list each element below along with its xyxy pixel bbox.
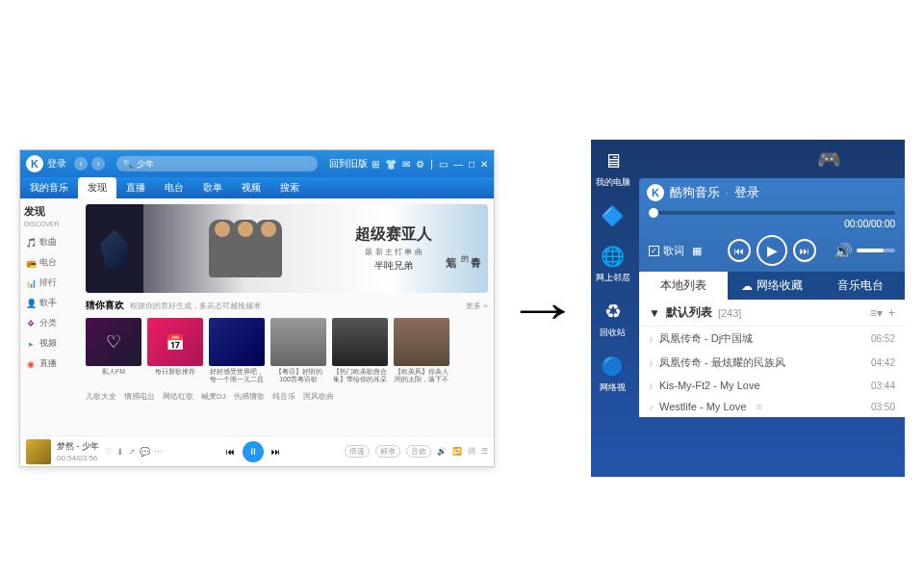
next-button[interactable]: ⏭	[793, 239, 816, 262]
track-name: 梦然 - 少年	[57, 440, 99, 453]
maximize-button[interactable]: □	[469, 159, 475, 170]
mini-icon[interactable]: ▭	[439, 159, 448, 170]
play-button[interactable]: ▶	[757, 235, 787, 266]
prev-button[interactable]: ⏮	[728, 239, 751, 262]
speed-button[interactable]: 倍速	[345, 445, 370, 458]
sidebar-item-artist[interactable]: 👤歌手	[24, 294, 76, 312]
desktop-icon-network[interactable]: 🌐网上邻居	[595, 243, 631, 284]
sidebar-item-radio[interactable]: 📻电台	[24, 253, 76, 272]
next-button[interactable]: ⏭	[271, 447, 280, 457]
search-input[interactable]: 🔍 少年	[116, 156, 318, 171]
nav-forward-button[interactable]: ›	[91, 157, 105, 171]
sidebar-title: 发现	[24, 204, 76, 219]
desktop-icon[interactable]: 🔷	[595, 202, 631, 229]
sidebar-subtitle: DISCOVER	[24, 221, 76, 227]
tool-icon[interactable]: ⊞	[372, 159, 379, 170]
playlist-item[interactable]: ♪Westlife - My Love≡03:50	[639, 396, 905, 417]
track-icon: ♪	[649, 357, 654, 368]
prev-button[interactable]: ⏮	[226, 447, 235, 457]
settings-icon[interactable]: ⚙	[416, 159, 424, 170]
section-subtitle: 根据你的喜好生成，多表态可越推越准	[130, 301, 261, 311]
minimize-button[interactable]: —	[453, 159, 463, 170]
tab-live[interactable]: 直播	[116, 177, 155, 198]
eq-icon[interactable]: ▦	[692, 245, 702, 257]
thumb-daily[interactable]: 每日新歌推荐	[147, 318, 203, 383]
playlist-item[interactable]: ♪Kis-My-Ft2 - My Love03:44	[639, 375, 905, 396]
login-link[interactable]: 登录	[47, 157, 66, 171]
msg-icon[interactable]: ✉	[402, 159, 410, 170]
tab-cloud[interactable]: ☁网络收藏	[728, 272, 816, 300]
tag[interactable]: 喊麦DJ	[201, 391, 226, 402]
lyric-toggle[interactable]: 词	[468, 446, 475, 457]
progress-handle[interactable]	[649, 208, 658, 218]
kugou-logo-icon: K	[647, 184, 664, 201]
sort-icon[interactable]: ≡▾	[870, 306, 883, 320]
sidebar-item-live[interactable]: ◉直播	[24, 355, 76, 373]
banner-art-icon	[100, 229, 129, 268]
sidebar-item-rank[interactable]: 📊排行	[24, 274, 76, 292]
tag[interactable]: 国风歌曲	[303, 391, 334, 402]
playlist-item[interactable]: ♪凤凰传奇 - 最炫耀的民族风04:42	[639, 351, 905, 375]
desktop-icon-game[interactable]: 🎮	[810, 145, 847, 172]
tab-radio[interactable]: 音乐电台	[816, 272, 905, 300]
thumb-fm[interactable]: 私人FM	[86, 318, 141, 383]
playlist-item[interactable]: ♪凤凰传奇 - Dj中国城06:52	[639, 327, 905, 351]
nav-tabs: 我的音乐 发现 直播 电台 歌单 视频 搜索	[20, 177, 494, 198]
more-icon[interactable]: ⋯	[154, 447, 163, 457]
skin-icon[interactable]: 👕	[385, 159, 397, 170]
loop-icon[interactable]: 🔁	[452, 447, 462, 456]
thumb-4[interactable]: 【粤语】好听的100首粤语歌	[270, 318, 326, 383]
content-area: 超级赛亚人 最 新 主 打 单 曲 半吨兄弟 青春的笔划 猜你喜欢 根据你的喜好…	[80, 198, 494, 435]
banner[interactable]: 超级赛亚人 最 新 主 打 单 曲 半吨兄弟 青春的笔划	[86, 204, 488, 293]
volume-icon[interactable]: 🔊	[834, 242, 853, 260]
tab-discover[interactable]: 发现	[78, 177, 116, 198]
kugou-logo-icon: K	[26, 155, 43, 172]
tab-radio[interactable]: 电台	[155, 177, 193, 198]
tag[interactable]: 伤感情歌	[234, 391, 265, 402]
tag[interactable]: 纯音乐	[272, 391, 295, 402]
like-icon[interactable]: ♡	[105, 447, 113, 457]
app-name: 酷狗音乐	[670, 184, 720, 201]
sidebar-item-category[interactable]: ❖分类	[24, 314, 76, 332]
nav-back-button[interactable]: ‹	[74, 157, 88, 171]
cover-art	[394, 318, 449, 366]
lyric-checkbox[interactable]: ✓	[649, 246, 659, 256]
tag[interactable]: 网络红歌	[163, 391, 193, 402]
album-art[interactable]	[26, 439, 51, 464]
thumb-3[interactable]: 好好感受世界吧，每一个雨一无二且闪…	[209, 318, 265, 383]
sidebar-item-songs[interactable]: 🎵歌曲	[24, 233, 76, 251]
tab-playlist[interactable]: 歌单	[193, 177, 232, 198]
return-old-button[interactable]: 回到旧版	[329, 157, 368, 171]
share-icon[interactable]: ↗	[128, 447, 136, 457]
desktop-icon-recycle[interactable]: ♻回收站	[595, 298, 631, 339]
progress-bar[interactable]	[649, 211, 895, 215]
track-icon: ♪	[649, 381, 654, 391]
volume-icon[interactable]: 🔊	[437, 447, 447, 456]
more-link[interactable]: 更多 >	[466, 301, 488, 311]
desktop-icon-nettv[interactable]: 🔵网络视	[595, 353, 631, 394]
comment-icon[interactable]: 💬	[140, 447, 150, 457]
queue-icon[interactable]: ☰	[481, 447, 488, 456]
thumb-5[interactable]: 【热门欧美歌曲合集】带给你的耳朵	[332, 318, 388, 383]
tab-local[interactable]: 本地列表	[639, 272, 728, 300]
desktop-icon-computer[interactable]: 🖥我的电脑	[595, 147, 631, 189]
queue-icon[interactable]: ≡	[756, 401, 761, 412]
add-icon[interactable]: +	[888, 306, 895, 320]
tag[interactable]: 儿歌大全	[86, 391, 116, 402]
category-icon: ❖	[26, 319, 36, 328]
collapse-icon[interactable]: ▼	[649, 306, 660, 320]
tab-my-music[interactable]: 我的音乐	[20, 177, 78, 198]
tab-search[interactable]: 搜索	[270, 177, 309, 198]
tag[interactable]: 情感电台	[124, 391, 155, 402]
download-icon[interactable]: ⬇	[116, 447, 124, 457]
tab-video[interactable]: 视频	[232, 177, 270, 198]
thumb-6[interactable]: 【欧美风】你美人间的太阳，落下不可及	[394, 318, 449, 383]
effect-button[interactable]: 音效	[406, 445, 431, 458]
volume-slider[interactable]	[857, 249, 895, 252]
recycle-icon: ♻	[600, 298, 627, 325]
close-button[interactable]: ✕	[480, 159, 488, 170]
sidebar-item-video[interactable]: ▸视频	[24, 334, 76, 353]
play-pause-button[interactable]: ⏸	[243, 441, 264, 462]
quality-button[interactable]: 标准	[375, 445, 400, 458]
login-link[interactable]: 登录	[734, 184, 759, 201]
